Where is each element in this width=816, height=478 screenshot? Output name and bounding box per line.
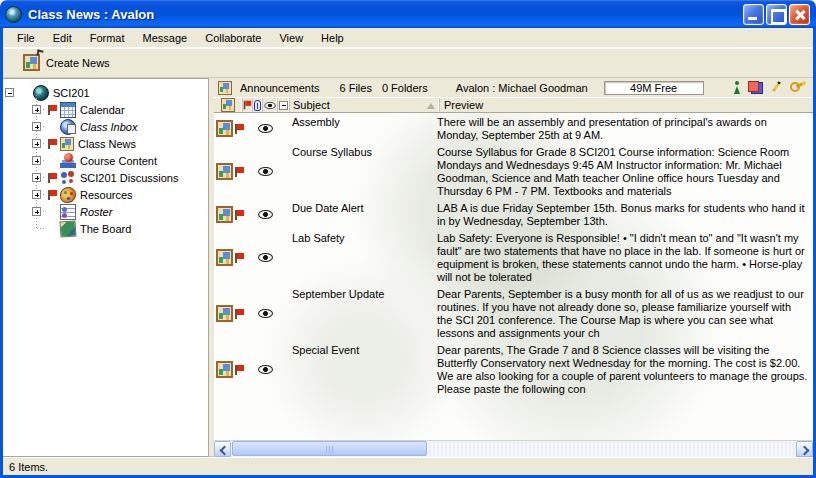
- column-subject[interactable]: Subject: [290, 98, 440, 112]
- expand-box-icon[interactable]: [32, 207, 41, 216]
- column-header-row: Subject Preview: [214, 97, 813, 113]
- unread-flag-icon: [234, 252, 245, 264]
- column-collapse[interactable]: [278, 98, 290, 112]
- sidebar-item-discussions[interactable]: SCI201 Discussions: [3, 169, 208, 186]
- roster-icon: [60, 204, 76, 220]
- create-news-label: Create News: [46, 57, 110, 69]
- minimize-button[interactable]: [743, 4, 764, 25]
- menu-format[interactable]: Format: [81, 30, 134, 46]
- discussions-icon: [60, 170, 76, 186]
- course-content-icon: [60, 153, 76, 169]
- flag-column-icon: [243, 100, 252, 110]
- maximize-button[interactable]: [766, 4, 787, 25]
- column-viewed[interactable]: [263, 98, 278, 112]
- sidebar-item-roster[interactable]: Roster: [3, 203, 208, 220]
- viewed-eye-icon: [258, 365, 273, 374]
- sidebar-item-the-board[interactable]: The Board: [3, 220, 208, 237]
- menu-collaborate[interactable]: Collaborate: [196, 30, 270, 46]
- calendar-icon: [60, 102, 76, 118]
- list-item-lab-safety[interactable]: Lab Safety Lab Safety: Everyone is Respo…: [214, 231, 813, 284]
- scroll-left-button[interactable]: [214, 441, 231, 457]
- horizontal-scrollbar[interactable]: [214, 440, 813, 457]
- list-item-course-syllabus[interactable]: Course Syllabus Course Syllabus for Grad…: [214, 145, 813, 198]
- app-globe-icon: [5, 6, 22, 23]
- item-subject: Course Syllabus: [282, 145, 435, 198]
- announcements-icon: [218, 81, 232, 95]
- tree-item-label: Calendar: [80, 104, 125, 116]
- list-title: Announcements: [240, 82, 320, 94]
- scrollbar-track[interactable]: [231, 441, 796, 457]
- item-preview: Dear Parents, September is a busy month …: [435, 287, 813, 340]
- preview-column-label: Preview: [444, 99, 483, 111]
- account-name: Avalon : Michael Goodman: [456, 82, 588, 94]
- news-item-icon: [216, 120, 233, 137]
- tree-root-sci201[interactable]: SCI201: [3, 84, 208, 101]
- sidebar-item-class-inbox[interactable]: Class Inbox: [3, 118, 208, 135]
- announcement-list: Assembly There will be an assembly and p…: [214, 113, 813, 440]
- expand-box-icon[interactable]: [32, 122, 41, 131]
- menu-file[interactable]: File: [8, 30, 44, 46]
- menu-help[interactable]: Help: [312, 30, 353, 46]
- collapse-box-icon[interactable]: [5, 88, 14, 97]
- menu-message[interactable]: Message: [134, 30, 197, 46]
- item-subject: Due Date Alert: [282, 201, 435, 228]
- list-item-assembly[interactable]: Assembly There will be an assembly and p…: [214, 115, 813, 142]
- files-count: 6 Files: [340, 82, 372, 94]
- item-preview: LAB A is due Friday September 15th. Bonu…: [435, 201, 813, 228]
- unread-flag-icon: [234, 364, 245, 376]
- announcements-panel: Announcements 6 Files 0 Folders Avalon :…: [214, 78, 813, 457]
- column-preview[interactable]: Preview: [440, 98, 813, 112]
- expand-box-icon[interactable]: [32, 105, 41, 114]
- edit-pencil-icon[interactable]: [770, 81, 783, 94]
- title-bar[interactable]: Class News : Avalon: [0, 0, 816, 28]
- list-item-september-update[interactable]: September Update Dear Parents, September…: [214, 287, 813, 340]
- permissions-key-icon[interactable]: [790, 81, 807, 94]
- news-item-icon: [216, 163, 233, 180]
- unread-flag-icon: [47, 138, 58, 150]
- news-item-icon: [216, 249, 233, 266]
- unread-flag-icon: [234, 166, 245, 178]
- list-item-special-event[interactable]: Special Event Dear parents, The Grade 7 …: [214, 343, 813, 396]
- sidebar-item-course-content[interactable]: Course Content: [3, 152, 208, 169]
- expand-box-icon[interactable]: [32, 139, 41, 148]
- item-preview: Lab Safety: Everyone is Responsible! • "…: [435, 231, 813, 284]
- expand-box-icon[interactable]: [32, 190, 41, 199]
- paperclip-icon: [254, 100, 261, 111]
- tree-item-label: The Board: [80, 223, 131, 235]
- item-subject: Lab Safety: [282, 231, 435, 284]
- shared-view-icon[interactable]: [748, 81, 763, 94]
- column-attachment[interactable]: [253, 98, 263, 112]
- create-news-button[interactable]: Create News: [17, 52, 116, 73]
- item-subject: September Update: [282, 287, 435, 340]
- sidebar-item-calendar[interactable]: Calendar: [3, 101, 208, 118]
- toolbar: Create News: [3, 48, 813, 78]
- unread-flag-icon: [234, 308, 245, 320]
- expand-box-icon[interactable]: [32, 173, 41, 182]
- column-flag[interactable]: [243, 98, 253, 112]
- news-item-icon: [216, 361, 233, 378]
- online-user-icon[interactable]: [733, 81, 741, 94]
- item-preview: Dear parents, The Grade 7 and 8 Science …: [435, 343, 813, 396]
- unread-flag-icon: [234, 209, 245, 221]
- viewed-eye-icon: [258, 309, 273, 318]
- item-subject: Assembly: [282, 115, 435, 142]
- unread-flag-icon: [47, 189, 58, 201]
- expand-box-icon[interactable]: [32, 156, 41, 165]
- scroll-right-button[interactable]: [796, 441, 813, 457]
- status-bar: 6 Items.: [3, 457, 813, 475]
- scrollbar-thumb[interactable]: [232, 441, 427, 456]
- subject-column-label: Subject: [293, 99, 330, 111]
- column-item-icon[interactable]: [214, 98, 243, 112]
- window-frame: File Edit Format Message Collaborate Vie…: [0, 28, 816, 478]
- sidebar-item-resources[interactable]: Resources: [3, 186, 208, 203]
- inbox-icon: [60, 119, 76, 135]
- minus-box-icon: [279, 101, 288, 110]
- close-button[interactable]: [789, 4, 810, 25]
- unread-flag-icon: [234, 123, 245, 135]
- menu-view[interactable]: View: [270, 30, 312, 46]
- menu-edit[interactable]: Edit: [44, 30, 81, 46]
- sidebar-item-class-news[interactable]: Class News: [3, 135, 208, 152]
- tree-item-label: Class News: [78, 138, 136, 150]
- list-item-due-date-alert[interactable]: Due Date Alert LAB A is due Friday Septe…: [214, 201, 813, 228]
- news-item-icon: [216, 305, 233, 322]
